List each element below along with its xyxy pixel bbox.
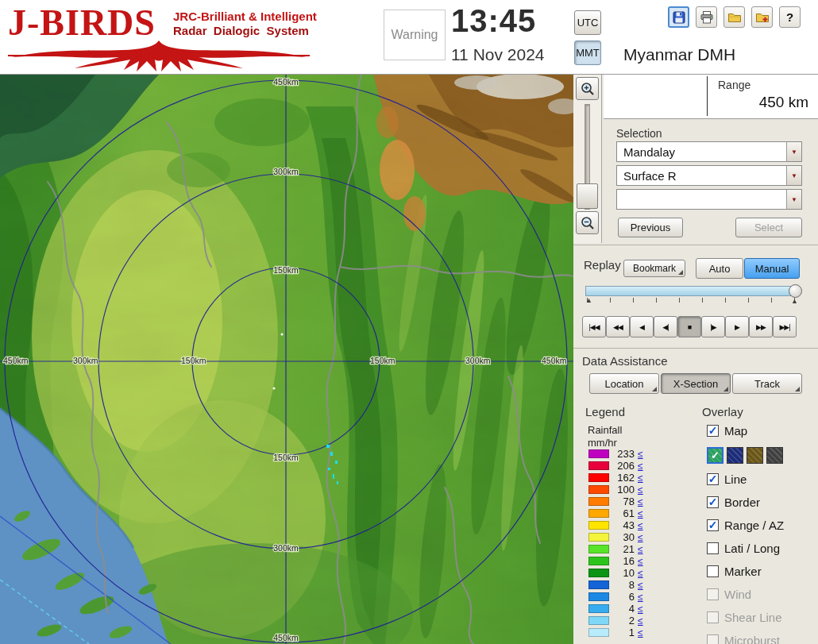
legend-op-link[interactable]: ≤ [638,520,643,531]
zoom-out-button[interactable] [576,211,599,234]
help-button[interactable]: ? [779,6,801,28]
overlay-item-label: Line [724,472,747,486]
track-button[interactable]: Track [732,373,802,394]
checkbox[interactable] [707,542,719,554]
legend-op-link[interactable]: ≤ [638,615,643,627]
replay-label: Replay [584,258,621,272]
fast-forward-button[interactable]: ▶▶ [749,316,773,337]
legend-op-link[interactable]: ≤ [638,484,643,496]
checkbox [707,588,719,600]
legend-op-link[interactable]: ≤ [638,604,643,615]
location-button-label: Location [604,378,643,390]
step-forward-button[interactable]: |▶ [701,316,725,337]
legend-op-link[interactable]: ≤ [638,508,643,519]
legend-op-link[interactable]: ≤ [638,496,643,507]
checkbox[interactable] [707,565,719,577]
legend-op-link[interactable]: ≤ [638,556,643,567]
map-style-swatch-4[interactable] [766,447,783,464]
legend-op-link[interactable]: ≤ [638,580,643,591]
overlay-item-border[interactable]: ✓ Border [707,494,818,511]
timeline-track[interactable] [585,286,798,296]
checkbox[interactable]: ✓ [707,519,719,531]
select-button[interactable]: Select [735,218,802,237]
legend-row: 61≤ [588,509,643,518]
auto-mode-button[interactable]: Auto [696,258,743,279]
overlay-item-lati-long[interactable]: Lati / Long [707,540,818,557]
legend-op-link[interactable]: ≤ [638,532,643,543]
legend-op-link[interactable]: ≤ [638,627,643,638]
location-button[interactable]: Location [589,373,659,394]
rewind-button[interactable]: ◀◀ [606,316,630,337]
reverse-play-button[interactable]: ◀ [630,316,654,337]
print-button[interactable] [696,6,717,28]
checkbox [707,634,719,644]
folder-plus-icon [755,10,770,25]
map-style-swatch-2[interactable] [727,447,743,464]
mmt-toggle-button[interactable]: MMT [574,40,601,65]
legend-color-swatch [588,449,609,458]
manual-mode-button[interactable]: Manual [744,258,800,279]
legend-op-link[interactable]: ≤ [638,449,643,460]
bookmark-button-label: Bookmark [633,263,676,274]
radar-map[interactable]: 450km 300km 150km 150km 300km 450km 450k… [0,75,573,644]
question-mark-icon: ? [786,10,793,24]
product-dropdown[interactable]: Surface R ▼ [616,165,802,186]
clock-date: 11 Nov 2024 [451,45,545,64]
zoom-slider-thumb[interactable] [577,183,598,209]
bookmark-button[interactable]: Bookmark [623,260,685,277]
ring-label: 150km [370,356,395,365]
checkbox[interactable]: ✓ [707,425,719,437]
timeline-thumb[interactable] [789,284,802,298]
chevron-down-icon[interactable]: ▼ [786,190,801,209]
first-frame-button[interactable]: |◀◀ [582,316,606,337]
checkbox[interactable]: ✓ [707,473,719,485]
legend-value: 2 [609,615,635,627]
ring-label: 150km [273,453,299,462]
logo-tagline-2: Radar Dialogic System [173,24,309,37]
legend-value: 30 [609,531,635,543]
legend-op-link[interactable]: ≤ [638,544,643,555]
ring-label: 450km [273,77,299,87]
step-back-button[interactable]: ◀| [654,316,677,337]
site-dropdown[interactable]: Mandalay ▼ [616,141,802,162]
last-frame-button[interactable]: ▶▶| [773,316,797,337]
legend-color-swatch [588,580,609,589]
x-section-button[interactable]: X-Section [661,373,731,394]
legend-color-swatch [588,521,609,530]
chevron-down-icon[interactable]: ▼ [786,142,801,161]
open-folder-button[interactable] [723,6,745,28]
printer-icon [700,10,714,25]
warning-indicator[interactable]: Warning [384,10,446,60]
checkbox[interactable]: ✓ [707,496,719,508]
add-to-folder-button[interactable] [751,6,773,28]
extra-dropdown[interactable]: ▼ [616,189,802,210]
overlay-item-label: Wind [724,588,751,601]
legend-color-swatch [588,545,609,553]
radar-map-area[interactable]: 450km 300km 150km 150km 300km 450km 450k… [0,75,573,644]
play-button[interactable]: ▶ [725,316,749,337]
legend-op-link[interactable]: ≤ [638,472,643,484]
save-button[interactable] [668,6,689,28]
ring-label: 450km [273,633,299,642]
zoom-in-button[interactable] [576,77,599,100]
map-style-swatch-1[interactable]: ✓ [707,447,723,464]
control-panel: Range 450 km Selection Mandalay ▼ Surfac… [573,75,818,644]
legend-op-link[interactable]: ≤ [638,592,643,603]
legend-op-link[interactable]: ≤ [638,568,643,579]
previous-button[interactable]: Previous [618,218,683,237]
legend-row: 6≤ [588,592,643,601]
legend-row: 78≤ [588,497,643,506]
legend-op-link[interactable]: ≤ [638,461,643,472]
overlay-item-line[interactable]: ✓ Line [707,471,818,488]
overlay-item-wind: Wind [707,586,818,603]
map-style-swatch-3[interactable] [747,447,763,464]
overlay-item-map[interactable]: ✓ Map [707,422,818,439]
ring-label: 150km [181,356,206,365]
utc-toggle-button[interactable]: UTC [574,10,601,35]
chevron-down-icon[interactable]: ▼ [786,166,801,185]
overlay-item-range-az[interactable]: ✓ Range / AZ [707,517,818,534]
legend-label: Legend [585,405,625,418]
overlay-item-marker[interactable]: Marker [707,563,818,580]
legend-value: 10 [609,567,635,579]
stop-button[interactable]: ■ [677,316,701,337]
